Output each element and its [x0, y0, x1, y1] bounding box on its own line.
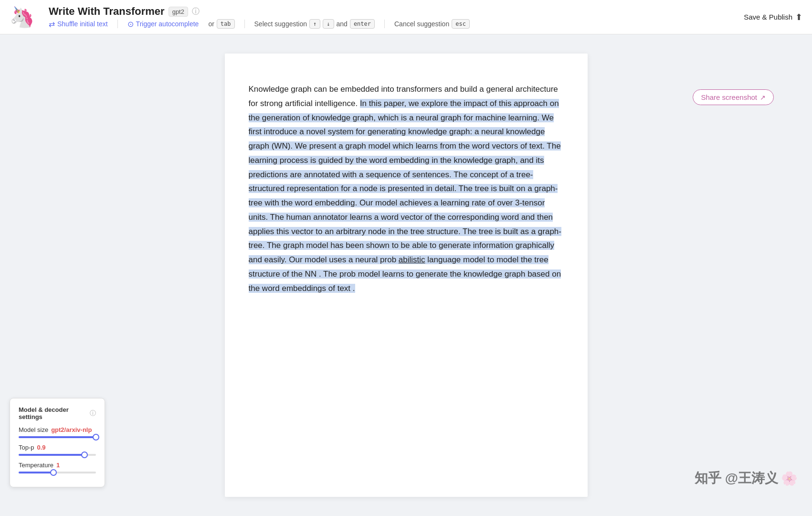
esc-key: esc [452, 19, 470, 29]
editor-text[interactable]: Knowledge graph can be embedded into tra… [249, 82, 564, 295]
settings-panel: Model & decoder settings ⓘ Model size gp… [10, 398, 105, 487]
share-screenshot-button[interactable]: Share screenshot ↗ [693, 89, 774, 105]
top-p-label-row: Top-p 0.9 [19, 444, 96, 451]
model-size-label: Model size [19, 426, 48, 433]
or-text: or [208, 20, 214, 28]
unicorn-logo: 🦄 [10, 7, 34, 27]
down-arrow-key: ↓ [323, 19, 334, 29]
settings-title-row: Model & decoder settings ⓘ [19, 406, 96, 420]
share-icon-header: ⬆ [795, 12, 802, 22]
app-header: 🦄 Write With Transformer gpt2 ⓘ ⇄ Shuffl… [0, 0, 812, 34]
tab-key: tab [217, 19, 235, 29]
text-highlighted-block: In this paper, we explore the impact of … [249, 99, 561, 264]
trigger-or-hint: or tab [208, 19, 234, 29]
share-screenshot-label: Share screenshot [701, 93, 757, 101]
external-link-icon: ↗ [760, 94, 766, 101]
shuffle-label: Shuffle initial text [57, 20, 108, 28]
temperature-label: Temperature [19, 462, 53, 469]
title-area: Write With Transformer gpt2 ⓘ ⇄ Shuffle … [49, 5, 470, 29]
up-arrow-key: ↑ [309, 19, 320, 29]
editor-container[interactable]: Knowledge graph can be embedded into tra… [225, 54, 588, 497]
shuffle-icon: ⇄ [49, 20, 55, 29]
temperature-value: 1 [56, 462, 60, 469]
toolbar-separator-2 [244, 20, 245, 28]
save-publish-button[interactable]: Save & Publish ⬆ [744, 12, 802, 22]
top-p-setting: Top-p 0.9 [19, 444, 96, 456]
settings-info-icon[interactable]: ⓘ [90, 409, 96, 418]
main-content: Knowledge graph can be embedded into tra… [0, 34, 812, 516]
settings-title: Model & decoder settings [19, 406, 87, 420]
temperature-setting: Temperature 1 [19, 462, 96, 473]
temperature-slider-fill [19, 472, 53, 473]
app-title: Write With Transformer [49, 5, 165, 18]
model-size-setting: Model size gpt2/arxiv-nlp [19, 426, 96, 438]
trigger-icon: ⊙ [127, 20, 134, 29]
info-icon[interactable]: ⓘ [192, 7, 200, 17]
top-p-label: Top-p [19, 444, 34, 451]
temperature-label-row: Temperature 1 [19, 462, 96, 469]
select-suggestion-hint: Select suggestion ↑ ↓ and enter [254, 19, 375, 29]
top-p-slider-thumb[interactable] [81, 452, 88, 458]
enter-key: enter [350, 19, 375, 29]
and-text: and [337, 20, 348, 28]
app-title-row: Write With Transformer gpt2 ⓘ [49, 5, 470, 18]
trigger-label: Trigger autocomplete [136, 20, 199, 28]
model-size-slider-fill [19, 436, 96, 438]
shuffle-button[interactable]: ⇄ Shuffle initial text [49, 20, 108, 29]
model-size-slider-thumb[interactable] [93, 434, 99, 441]
toolbar-row: ⇄ Shuffle initial text ⊙ Trigger autocom… [49, 19, 470, 29]
model-size-slider-track [19, 436, 96, 438]
trigger-autocomplete-button[interactable]: ⊙ Trigger autocomplete [127, 20, 199, 29]
temperature-slider-thumb[interactable] [50, 469, 57, 476]
header-right: Save & Publish ⬆ [744, 12, 802, 22]
toolbar-separator-1 [117, 20, 118, 28]
logo-area: 🦄 [10, 7, 34, 27]
temperature-slider-track [19, 472, 96, 473]
save-publish-label: Save & Publish [744, 13, 792, 21]
text-underline-word: abilistic [399, 255, 425, 264]
cancel-suggestion-hint: Cancel suggestion esc [394, 19, 470, 29]
top-p-slider-fill [19, 454, 84, 456]
select-hint-text: Select suggestion [254, 20, 307, 28]
model-badge: gpt2 [169, 7, 188, 17]
model-size-label-row: Model size gpt2/arxiv-nlp [19, 426, 96, 433]
top-p-value: 0.9 [37, 444, 46, 451]
model-size-value: gpt2/arxiv-nlp [51, 426, 92, 433]
toolbar-separator-3 [384, 20, 385, 28]
top-p-slider-track [19, 454, 96, 456]
cancel-hint-text: Cancel suggestion [394, 20, 449, 28]
